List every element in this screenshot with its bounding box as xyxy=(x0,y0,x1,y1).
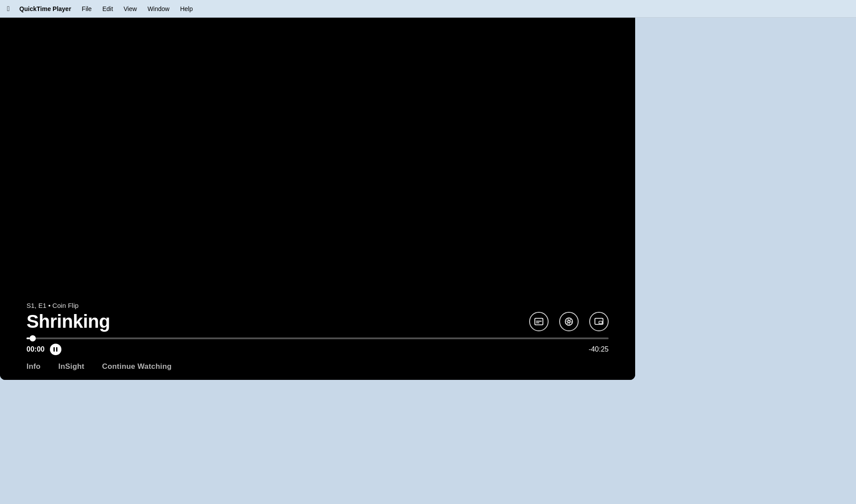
pip-button[interactable] xyxy=(589,312,609,331)
tab-info[interactable]: Info xyxy=(27,362,41,371)
progress-bar-fill xyxy=(27,337,30,339)
video-area[interactable] xyxy=(0,18,635,293)
pause-icon xyxy=(50,344,61,355)
pause-bar-right xyxy=(56,347,57,352)
audio-icon xyxy=(564,317,574,326)
svg-rect-7 xyxy=(599,321,602,324)
bottom-nav: Info InSight Continue Watching xyxy=(27,360,609,371)
tab-continue-watching[interactable]: Continue Watching xyxy=(102,362,172,371)
time-left: 00:00 xyxy=(27,343,62,356)
apple-logo-icon[interactable]:  xyxy=(7,5,10,13)
player-window: S1, E1 • Coin Flip Shrinking xyxy=(0,18,635,380)
progress-container[interactable] xyxy=(27,337,609,339)
show-title-row: Shrinking xyxy=(27,311,609,332)
episode-subtitle: S1, E1 • Coin Flip xyxy=(27,302,609,309)
edit-menu[interactable]: Edit xyxy=(98,4,117,14)
tab-insight[interactable]: InSight xyxy=(58,362,84,371)
svg-point-4 xyxy=(568,320,570,323)
file-menu[interactable]: File xyxy=(77,4,96,14)
app-name-menu[interactable]: QuickTime Player xyxy=(15,4,76,14)
pause-button[interactable] xyxy=(49,343,62,356)
view-menu[interactable]: View xyxy=(119,4,141,14)
pip-icon xyxy=(594,317,604,326)
audio-button[interactable] xyxy=(559,312,579,331)
subtitles-button[interactable] xyxy=(529,312,549,331)
progress-bar-dot xyxy=(30,335,36,341)
svg-point-5 xyxy=(567,319,572,324)
controls-overlay: S1, E1 • Coin Flip Shrinking xyxy=(0,293,635,380)
show-title: Shrinking xyxy=(27,311,110,332)
current-time: 00:00 xyxy=(27,345,45,353)
pause-bar-left xyxy=(53,347,55,352)
time-row: 00:00 -40:25 xyxy=(27,343,609,356)
progress-bar-track[interactable] xyxy=(27,337,609,339)
episode-info: S1, E1 • Coin Flip Shrinking xyxy=(27,302,609,332)
help-menu[interactable]: Help xyxy=(176,4,197,14)
remaining-time: -40:25 xyxy=(589,345,609,353)
pause-bars xyxy=(53,347,57,352)
control-icons xyxy=(529,312,609,331)
menu-bar:  QuickTime Player File Edit View Window… xyxy=(0,0,856,18)
window-menu[interactable]: Window xyxy=(143,4,174,14)
subtitles-icon xyxy=(534,317,544,326)
